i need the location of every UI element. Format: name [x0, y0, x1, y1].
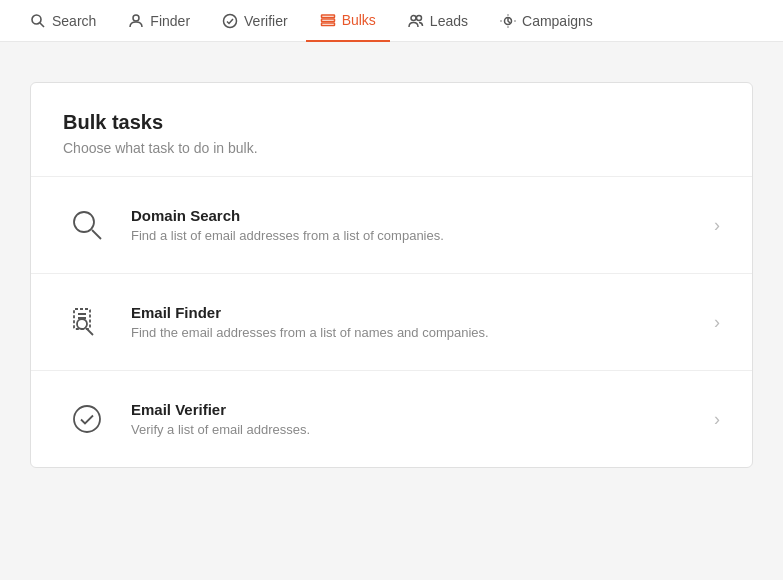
domain-search-text: Domain Search Find a list of email addre…	[131, 207, 702, 243]
domain-search-chevron: ›	[714, 215, 720, 236]
svg-rect-4	[321, 15, 334, 18]
domain-search-item[interactable]: Domain Search Find a list of email addre…	[31, 176, 752, 273]
nav-item-campaigns[interactable]: Campaigns	[486, 0, 607, 42]
top-navigation: Search Finder Verifier Bulks	[0, 0, 783, 42]
domain-search-title: Domain Search	[131, 207, 702, 224]
email-verifier-chevron: ›	[714, 409, 720, 430]
nav-bulks-label: Bulks	[342, 12, 376, 28]
email-finder-icon-wrap	[63, 298, 111, 346]
svg-point-8	[416, 15, 421, 20]
nav-item-search[interactable]: Search	[16, 0, 110, 42]
bulk-tasks-card: Bulk tasks Choose what task to do in bul…	[30, 82, 753, 468]
domain-search-desc: Find a list of email addresses from a li…	[131, 228, 702, 243]
svg-point-3	[224, 14, 237, 27]
email-finder-chevron: ›	[714, 312, 720, 333]
search-nav-icon	[30, 13, 46, 29]
nav-campaigns-label: Campaigns	[522, 13, 593, 29]
finder-nav-icon	[128, 13, 144, 29]
nav-item-finder[interactable]: Finder	[114, 0, 204, 42]
email-verifier-title: Email Verifier	[131, 401, 702, 418]
domain-search-icon-wrap	[63, 201, 111, 249]
email-verifier-text: Email Verifier Verify a list of email ad…	[131, 401, 702, 437]
verifier-nav-icon	[222, 13, 238, 29]
svg-rect-6	[321, 23, 334, 26]
svg-line-1	[40, 23, 44, 27]
svg-line-14	[87, 329, 93, 335]
main-content: Bulk tasks Choose what task to do in bul…	[0, 42, 783, 508]
email-verifier-icon	[69, 401, 105, 437]
email-verifier-desc: Verify a list of email addresses.	[131, 422, 702, 437]
nav-finder-label: Finder	[150, 13, 190, 29]
svg-point-10	[74, 212, 94, 232]
card-title: Bulk tasks	[63, 111, 720, 134]
email-verifier-icon-wrap	[63, 395, 111, 443]
nav-item-verifier[interactable]: Verifier	[208, 0, 302, 42]
nav-search-label: Search	[52, 13, 96, 29]
svg-point-17	[74, 406, 100, 432]
svg-point-2	[133, 15, 139, 21]
svg-point-13	[77, 319, 87, 329]
bulks-nav-icon	[320, 12, 336, 28]
card-subtitle: Choose what task to do in bulk.	[63, 140, 720, 156]
leads-nav-icon	[408, 13, 424, 29]
email-finder-item[interactable]: Email Finder Find the email addresses fr…	[31, 273, 752, 370]
svg-rect-5	[321, 19, 334, 22]
email-verifier-item[interactable]: Email Verifier Verify a list of email ad…	[31, 370, 752, 467]
email-finder-text: Email Finder Find the email addresses fr…	[131, 304, 702, 340]
svg-point-0	[32, 15, 41, 24]
svg-line-11	[92, 230, 101, 239]
nav-verifier-label: Verifier	[244, 13, 288, 29]
email-finder-title: Email Finder	[131, 304, 702, 321]
card-header: Bulk tasks Choose what task to do in bul…	[31, 83, 752, 176]
email-finder-icon	[69, 304, 105, 340]
svg-point-7	[411, 15, 416, 20]
nav-item-leads[interactable]: Leads	[394, 0, 482, 42]
domain-search-icon	[69, 207, 105, 243]
nav-leads-label: Leads	[430, 13, 468, 29]
nav-item-bulks[interactable]: Bulks	[306, 0, 390, 42]
email-finder-desc: Find the email addresses from a list of …	[131, 325, 702, 340]
campaigns-nav-icon	[500, 13, 516, 29]
